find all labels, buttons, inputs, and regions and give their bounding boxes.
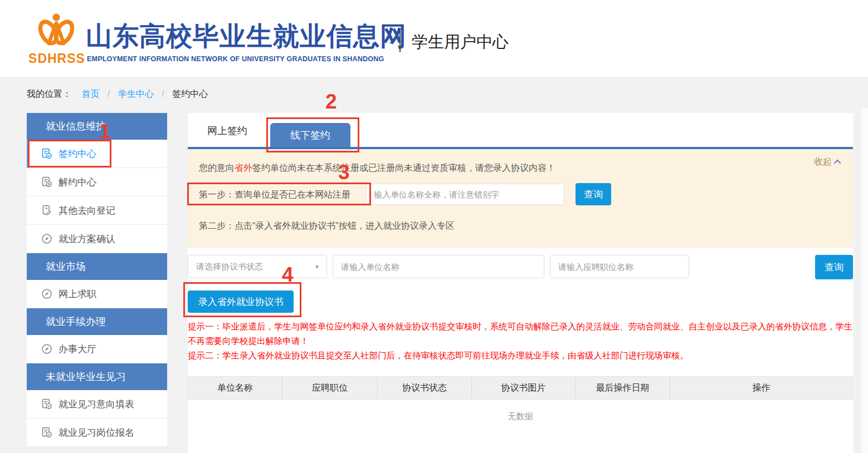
notice-text-post: 签约单位尚未在本系统注册或已注册尚未通过资质审核，请您录入协议内容！ bbox=[252, 163, 555, 173]
breadcrumb: 我的位置： 首页 / 学生中心 / 签约中心 bbox=[27, 88, 208, 100]
breadcrumb-student-center-link[interactable]: 学生中心 bbox=[118, 89, 154, 99]
doc-edit-icon bbox=[41, 205, 52, 216]
table-header-row: 单位名称 应聘职位 协议书状态 协议书图片 最后操作日期 操作 bbox=[188, 376, 853, 400]
table-empty-text: 无数据 bbox=[188, 400, 853, 433]
tab-online-signing[interactable]: 网上签约 bbox=[207, 124, 247, 137]
sidebar-item-employment-plan-confirm[interactable]: 就业方案确认 bbox=[27, 225, 167, 253]
doc-check-icon bbox=[41, 148, 52, 159]
sidebar-item-label: 网上求职 bbox=[58, 288, 96, 301]
col-agreement-image: 协议书图片 bbox=[472, 377, 576, 399]
sidebar-section-procedures: 就业手续办理 bbox=[27, 308, 167, 335]
filter-bar: 请选择协议书状态 ▼ 查询 bbox=[188, 255, 853, 279]
header-divider bbox=[399, 28, 401, 52]
sidebar-item-label: 就业方案确认 bbox=[58, 233, 115, 245]
doc-check-icon bbox=[41, 398, 52, 410]
site-subtitle: EMPLOYMENT INFORMATION NETWORK OF UNIVER… bbox=[87, 55, 384, 63]
chevron-up-icon bbox=[834, 160, 841, 167]
sidebar-item-service-hall[interactable]: 办事大厅 bbox=[27, 335, 167, 363]
sidebar-item-label: 办事大厅 bbox=[58, 343, 96, 356]
col-agreement-status: 协议书状态 bbox=[378, 377, 472, 399]
hint-text: 提示一：毕业派遣后，学生与网签单位应约和录入省外就业协议书提交审核时，系统可自动… bbox=[188, 319, 853, 363]
notice-text-emphasis: 省外 bbox=[235, 163, 252, 173]
collapse-toggle[interactable]: 收起 bbox=[814, 156, 841, 168]
sidebar-item-label: 就业见习岗位报名 bbox=[58, 426, 134, 439]
enter-out-of-province-agreement-button[interactable]: 录入省外就业协议书 bbox=[188, 290, 294, 313]
company-register-search-input[interactable] bbox=[366, 184, 564, 205]
sidebar-item-other-destination[interactable]: 其他去向登记 bbox=[27, 196, 167, 225]
hint-line-2: 提示二：学生录入省外就业协议书且提交至人社部门后，在待审核状态即可前往现场办理就… bbox=[188, 348, 853, 363]
sidebar-section-internship: 未就业毕业生见习 bbox=[27, 363, 167, 390]
sidebar-item-termination-center[interactable]: 解约中心 bbox=[27, 168, 167, 196]
agreement-status-placeholder: 请选择协议书状态 bbox=[196, 262, 314, 272]
collapse-label: 收起 bbox=[814, 156, 832, 168]
doc-x-icon bbox=[41, 176, 52, 188]
tab-offline-signing[interactable]: 线下签约 bbox=[270, 123, 350, 147]
sidebar-item-label: 其他去向登记 bbox=[58, 204, 115, 217]
site-header: SDHRSS 山东高校毕业生就业信息网 EMPLOYMENT INFORMATI… bbox=[0, 0, 868, 77]
filter-search-button[interactable]: 查询 bbox=[815, 255, 853, 279]
sidebar-section-employment-info: 就业信息维护 bbox=[27, 113, 167, 140]
logo-abbr: SDHRSS bbox=[26, 51, 88, 66]
col-position: 应聘职位 bbox=[282, 377, 378, 399]
compass-icon bbox=[41, 233, 52, 244]
main-panel: 网上签约 线下签约 收起 您的意向省外签约单位尚未在本系统注册或已注册尚未通过资… bbox=[188, 113, 853, 453]
compass-icon bbox=[41, 343, 52, 354]
step1-search-button[interactable]: 查询 bbox=[576, 183, 611, 205]
scrollbar-gutter[interactable] bbox=[861, 109, 868, 453]
annotation-number-2: 2 bbox=[325, 90, 337, 114]
portal-title: 学生用户中心 bbox=[412, 31, 509, 53]
breadcrumb-separator: / bbox=[162, 89, 164, 99]
sidebar-item-signing-center[interactable]: 签约中心 bbox=[27, 140, 167, 168]
doc-check-icon bbox=[41, 427, 52, 438]
agreement-status-select[interactable]: 请选择协议书状态 ▼ bbox=[188, 255, 327, 278]
sidebar-item-label: 签约中心 bbox=[58, 147, 96, 160]
sidebar-item-online-job-search[interactable]: 网上求职 bbox=[27, 280, 167, 308]
breadcrumb-home-link[interactable]: 首页 bbox=[81, 89, 99, 99]
position-name-input[interactable] bbox=[550, 255, 689, 278]
step1-label: 第一步：查询单位是否已在本网站注册 bbox=[199, 189, 350, 201]
sidebar-item-internship-intention[interactable]: 就业见习意向填表 bbox=[27, 390, 167, 418]
compass-icon bbox=[41, 288, 52, 299]
notice-text-pre: 您的意向 bbox=[199, 163, 235, 173]
col-last-operation-date: 最后操作日期 bbox=[576, 377, 670, 399]
col-actions: 操作 bbox=[670, 377, 852, 399]
site-title: 山东高校毕业生就业信息网 bbox=[86, 19, 407, 54]
sdhrss-logo-icon bbox=[32, 12, 80, 49]
sidebar-item-label: 解约中心 bbox=[58, 176, 96, 189]
step2-label: 第二步：点击“录入省外就业协议书”按钮，进入就业协议录入专区 bbox=[199, 220, 455, 232]
breadcrumb-separator: / bbox=[108, 89, 110, 99]
company-name-input[interactable] bbox=[333, 255, 544, 278]
sidebar-item-label: 就业见习意向填表 bbox=[58, 398, 134, 411]
chevron-down-icon: ▼ bbox=[314, 264, 320, 270]
notice-panel: 收起 您的意向省外签约单位尚未在本系统注册或已注册尚未通过资质审核，请您录入协议… bbox=[188, 149, 853, 248]
col-company-name: 单位名称 bbox=[188, 377, 282, 399]
agreement-table: 单位名称 应聘职位 协议书状态 协议书图片 最后操作日期 操作 无数据 bbox=[188, 376, 853, 433]
page: SDHRSS 山东高校毕业生就业信息网 EMPLOYMENT INFORMATI… bbox=[0, 0, 868, 453]
sidebar: 就业信息维护 签约中心 解约中心 bbox=[27, 113, 167, 447]
hint-line-1: 提示一：毕业派遣后，学生与网签单位应约和录入省外就业协议书提交审核时，系统可自动… bbox=[188, 319, 853, 348]
notice-text: 您的意向省外签约单位尚未在本系统注册或已注册尚未通过资质审核，请您录入协议内容！ bbox=[199, 163, 555, 174]
sidebar-item-internship-signup[interactable]: 就业见习岗位报名 bbox=[27, 418, 167, 447]
breadcrumb-current: 签约中心 bbox=[172, 89, 208, 99]
breadcrumb-label: 我的位置： bbox=[27, 89, 71, 99]
sidebar-section-job-market: 就业市场 bbox=[27, 253, 167, 280]
